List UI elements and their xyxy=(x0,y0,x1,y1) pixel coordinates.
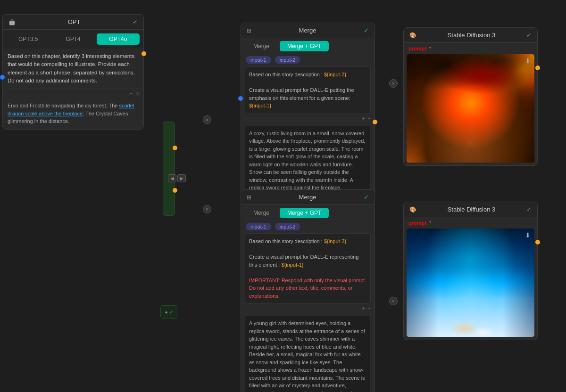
sd-1-download-icon[interactable]: ⬇ xyxy=(525,57,531,65)
gpt-input-port[interactable] xyxy=(0,75,5,80)
merge-1-inputs: input-1 input-2 xyxy=(241,54,375,66)
merge-2-controls: + − xyxy=(241,304,375,312)
merge-2-prompt: Based on this story description : ${inpu… xyxy=(245,233,371,304)
merge-2-input-1[interactable]: input-1 xyxy=(246,223,271,230)
sd-2-icon: 🎨 xyxy=(409,206,416,213)
merge-2-prompt-line1: Based on this story description : ${inpu… xyxy=(249,238,346,244)
merge-1-prompt-line2: Create a visual prompt for DALL-E puttin… xyxy=(249,87,354,108)
circle-btn-2[interactable]: × xyxy=(203,205,211,213)
merge-1-check[interactable]: ✓ xyxy=(364,27,369,34)
merge-1-tabs: Merge Merge + GPT xyxy=(241,38,375,54)
arrow-left-btn[interactable]: ◀ xyxy=(168,174,176,182)
merge-2-tab-merge[interactable]: Merge xyxy=(246,208,277,218)
sd-2-image-container: ⬇ xyxy=(407,229,534,337)
merge-1-tab-gpt[interactable]: Merge + GPT xyxy=(280,41,329,51)
gpt-expand-btn[interactable]: ⊡ xyxy=(135,90,140,97)
merge-node-2-header: ⊞ Merge ✓ xyxy=(241,190,375,205)
gpt-chevron[interactable]: ✓ xyxy=(133,18,138,25)
circle-btn-3[interactable]: × xyxy=(389,79,398,88)
sd-1-title: Stable Diffusion 3 xyxy=(416,32,526,39)
sd-2-header: 🎨 Stable Diffusion 3 ✓ xyxy=(404,202,537,217)
checkpoint-dot: ● xyxy=(165,310,167,315)
vbar-port-2[interactable] xyxy=(173,188,177,193)
merge-2-tab-gpt[interactable]: Merge + GPT xyxy=(280,208,329,218)
gpt-tabs-container: GPT3.5 GPT4 GPT4o xyxy=(3,30,143,49)
checkpoint-check[interactable]: ✓ xyxy=(169,310,173,315)
checkpoint-node: ● ✓ xyxy=(160,305,177,318)
merge-2-output: A young girl with determined eyes, holdi… xyxy=(245,315,371,392)
tab-gpt4o[interactable]: GPT4o xyxy=(97,33,140,45)
merge-2-minus-btn[interactable]: − xyxy=(368,305,371,311)
tab-gpt4[interactable]: GPT4 xyxy=(51,33,94,45)
gpt-output-area: Eryn and Frostbite navigating the icy fo… xyxy=(3,98,143,129)
merge-2-inputs: input-1 input-2 xyxy=(241,221,375,233)
merge-1-minus-btn[interactable]: − xyxy=(368,115,371,121)
merge-1-right-port[interactable] xyxy=(373,120,377,124)
sd-2-output-port[interactable] xyxy=(535,240,540,245)
gpt-mini-controls: − ⊡ xyxy=(3,89,143,98)
arrow-controls: ◀ ▶ xyxy=(168,174,186,182)
sd-1-output-port[interactable] xyxy=(535,65,540,70)
merge-1-add-btn[interactable]: + xyxy=(362,115,365,121)
sd-1-fireplace-image xyxy=(407,54,534,163)
merge-2-check[interactable]: ✓ xyxy=(364,194,369,201)
merge-2-icon: ⊞ xyxy=(247,194,251,201)
gpt-minimize-btn[interactable]: − xyxy=(130,90,133,97)
gpt-node-title: GPT xyxy=(16,18,133,25)
sd-2-prompt-label: prompt xyxy=(408,220,426,226)
merge-2-add-btn[interactable]: + xyxy=(362,305,365,311)
merge-1-tab-merge[interactable]: Merge xyxy=(246,41,277,51)
sd-node-2: 🎨 Stable Diffusion 3 ✓ prompt * ⬇ xyxy=(403,202,538,340)
sd-2-download-icon[interactable]: ⬇ xyxy=(525,231,531,239)
merge-1-prompt-line1: Based on this story description : ${inpu… xyxy=(249,72,346,77)
sd-1-image-container: ⬇ xyxy=(407,54,534,163)
merge-2-tabs: Merge Merge + GPT xyxy=(241,205,375,221)
sd-1-header: 🎨 Stable Diffusion 3 ✓ xyxy=(404,28,537,43)
sd-1-required-star: * xyxy=(429,46,431,51)
merge-1-prompt: Based on this story description : ${inpu… xyxy=(245,66,371,114)
tab-gpt35[interactable]: GPT3.5 xyxy=(7,33,50,45)
merge-node-1-header: ⊞ Merge ✓ xyxy=(241,23,375,38)
gpt-prompt-text: Based on this chapter, identify 3 intere… xyxy=(3,49,143,89)
gpt-node-header: 🤖 GPT ✓ xyxy=(3,15,143,30)
sd-2-required-star: * xyxy=(429,220,431,226)
sd-2-check[interactable]: ✓ xyxy=(526,206,532,213)
merge-1-icon: ⊞ xyxy=(247,27,251,34)
gpt-node: 🤖 GPT ✓ GPT3.5 GPT4 GPT4o Based on this … xyxy=(2,14,144,130)
sd-1-check[interactable]: ✓ xyxy=(526,32,532,39)
circle-btn-1[interactable]: × xyxy=(203,115,211,124)
vbar-port-1[interactable] xyxy=(173,146,177,150)
sd-1-icon: 🎨 xyxy=(409,32,416,39)
merge-1-controls: + − xyxy=(241,114,375,122)
merge-2-input-2[interactable]: input-2 xyxy=(275,223,300,230)
vertical-bar-node xyxy=(163,122,175,216)
circle-btn-4[interactable]: × xyxy=(389,297,398,305)
gpt-output-port-1[interactable] xyxy=(142,51,146,56)
merge-1-left-port[interactable] xyxy=(238,96,243,101)
canvas: 🤖 GPT ✓ GPT3.5 GPT4 GPT4o Based on this … xyxy=(0,0,566,392)
sd-2-prompt-row: prompt * xyxy=(404,217,537,229)
merge-1-input-1[interactable]: input-1 xyxy=(246,56,271,64)
sd-1-prompt-label: prompt xyxy=(408,46,426,51)
gpt-output-text: Eryn and Frostbite navigating the icy fo… xyxy=(8,103,134,124)
arrow-right-btn[interactable]: ▶ xyxy=(177,174,186,182)
merge-2-prompt-line2: Create a visual prompt for DALL-E repres… xyxy=(249,254,358,268)
merge-2-prompt-important: IMPORTANT: Respond with only the visual … xyxy=(249,278,366,299)
sd-2-title: Stable Diffusion 3 xyxy=(416,206,526,213)
gpt-icon: 🤖 xyxy=(8,19,16,25)
merge-node-1: ⊞ Merge ✓ Merge Merge + GPT input-1 inpu… xyxy=(241,23,375,215)
merge-1-title: Merge xyxy=(251,27,364,34)
sd-1-prompt-row: prompt * xyxy=(404,43,537,54)
sd-2-ice-cave-image xyxy=(407,229,534,337)
sd-node-1: 🎨 Stable Diffusion 3 ✓ prompt * ⬇ xyxy=(403,27,538,166)
merge-node-2: ⊞ Merge ✓ Merge Merge + GPT input-1 inpu… xyxy=(241,189,375,392)
merge-1-input-2[interactable]: input-2 xyxy=(275,56,300,64)
merge-2-title: Merge xyxy=(251,194,364,201)
